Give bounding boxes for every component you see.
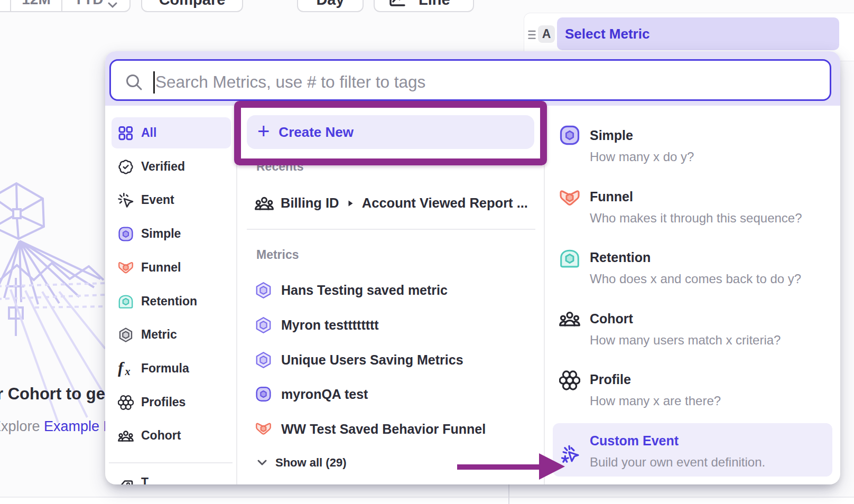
svg-text:x: x xyxy=(125,366,131,377)
svg-text:f: f xyxy=(118,361,125,377)
